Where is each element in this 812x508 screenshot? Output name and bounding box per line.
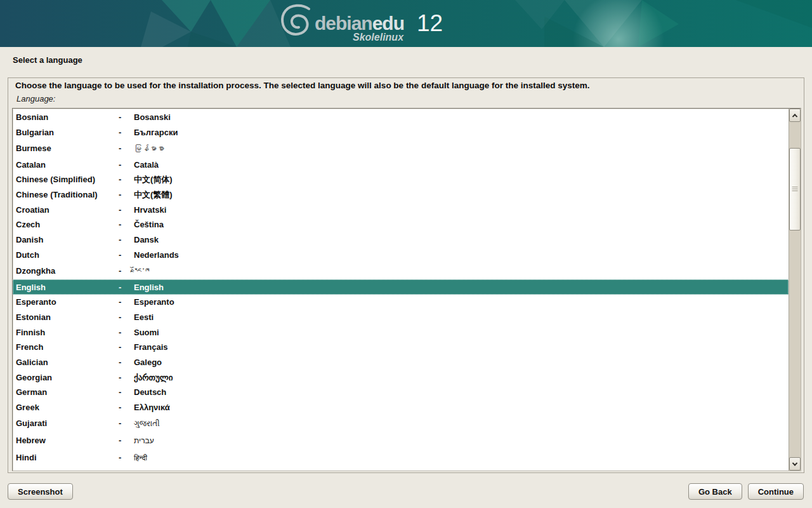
language-english: English [16,283,119,292]
language-separator: - [119,469,134,471]
scrollbar-grip-icon [792,187,798,192]
language-row[interactable]: Chinese (Simplified) - 中文(简体) [13,172,789,187]
language-list: Bosnian - Bosanski Bulgarian - Български… [13,109,789,471]
language-native: Suomi [134,328,789,337]
language-native: Bosanski [134,112,789,122]
language-separator: - [119,144,134,153]
language-row[interactable]: Burmese - မြန်မာစာ [13,140,789,157]
language-native: Français [134,342,789,352]
language-row[interactable]: Gujarati - ગુજરાતી [13,415,789,432]
language-separator: - [119,250,134,260]
language-english: Chinese (Traditional) [16,190,119,199]
language-english: Esperanto [16,297,119,307]
language-row[interactable]: Dzongkha - རྫོང་ཁ [13,262,789,279]
language-separator: - [119,418,134,428]
vertical-scrollbar[interactable] [789,109,801,471]
language-native: Čeština [134,220,789,229]
continue-button[interactable]: Continue [748,483,804,500]
language-separator: - [119,358,134,367]
language-english: Hindi [16,453,119,462]
language-separator: - [119,387,134,397]
language-english: Czech [16,220,119,229]
language-separator: - [119,175,134,184]
language-english: German [16,387,119,397]
scrollbar-thumb[interactable] [789,148,801,231]
dialog-frame: Choose the language to be used for the i… [8,77,804,473]
language-english: Hebrew [16,436,119,445]
language-row[interactable]: French - Français [13,340,789,355]
language-separator: - [119,205,134,215]
language-separator: - [119,373,134,382]
language-row[interactable]: Georgian - ქართული [13,370,789,385]
language-separator: - [119,220,134,229]
chevron-up-icon [792,114,797,119]
language-row[interactable]: Esperanto - Esperanto [13,295,789,310]
go-back-button[interactable]: Go Back [688,483,742,500]
language-row[interactable]: English - English [13,279,789,295]
language-separator: - [119,436,134,445]
brand-subtitle: Skolelinux [353,32,404,43]
language-native: རྫོང་ཁ [134,267,789,276]
language-english: Burmese [16,144,119,153]
scroll-down-button[interactable] [789,457,801,471]
language-native: Esperanto [134,297,789,307]
language-native: ગુજરાતી [134,419,789,428]
language-native: Dansk [134,235,789,244]
language-native: Eesti [134,312,789,322]
language-separator: - [119,403,134,412]
language-separator: - [119,453,134,462]
language-native: हिन्दी [134,453,789,462]
language-row[interactable]: Dutch - Nederlands [13,248,789,263]
language-english: Catalan [16,160,119,170]
language-english: Estonian [16,312,119,322]
language-native: မြန်မာစာ [134,144,789,153]
language-native: Nederlands [134,250,789,260]
language-english: Hungarian [16,469,119,471]
language-separator: - [119,235,134,244]
language-native: Ελληνικά [134,403,789,412]
language-native: English [134,283,789,292]
language-field-label: Language: [16,94,55,104]
language-english: Galician [16,358,119,367]
language-row[interactable]: Hindi - हिन्दी [13,449,789,466]
language-row[interactable]: Estonian - Eesti [13,310,789,325]
language-row[interactable]: Galician - Galego [13,355,789,370]
language-english: Greek [16,403,119,412]
language-native: Magyar [134,469,789,471]
brand-text: debianedu [315,13,404,34]
language-row[interactable]: Croatian - Hrvatski [13,202,789,217]
language-row[interactable]: Chinese (Traditional) - 中文(繁體) [13,187,789,203]
scroll-up-button[interactable] [789,109,801,122]
banner-background [0,0,812,47]
language-english: Chinese (Simplified) [16,175,119,184]
language-row[interactable]: Catalan - Català [13,157,789,172]
language-english: Dutch [16,250,119,260]
language-row[interactable]: Czech - Čeština [13,217,789,232]
page-title: Select a language [13,55,82,65]
language-separator: - [119,312,134,322]
language-separator: - [119,266,134,276]
language-row[interactable]: German - Deutsch [13,385,789,400]
language-row[interactable]: Finnish - Suomi [13,324,789,340]
language-native: Hrvatski [134,205,789,215]
scrollbar-track[interactable] [789,122,801,457]
dialog-description: Choose the language to be used for the i… [15,81,797,90]
language-english: Gujarati [16,418,119,428]
language-separator: - [119,190,134,199]
language-native: Deutsch [134,387,789,397]
language-native: ქართული [134,373,789,382]
language-native: Català [134,160,789,170]
language-row[interactable]: Greek - Ελληνικά [13,400,789,415]
language-row[interactable]: Hungarian - Magyar [13,466,789,471]
screenshot-button[interactable]: Screenshot [8,483,73,500]
footer-navigation: Go Back Continue [688,483,804,500]
language-row[interactable]: Danish - Dansk [13,232,789,248]
language-english: Georgian [16,373,119,382]
language-english: Bosnian [16,112,119,122]
language-separator: - [119,342,134,352]
language-row[interactable]: Hebrew - עברית [13,432,789,449]
language-row[interactable]: Bosnian - Bosanski [13,110,789,125]
language-row[interactable]: Bulgarian - Български [13,125,789,140]
language-native: 中文(繁體) [134,189,789,201]
language-english: Bulgarian [16,128,119,137]
